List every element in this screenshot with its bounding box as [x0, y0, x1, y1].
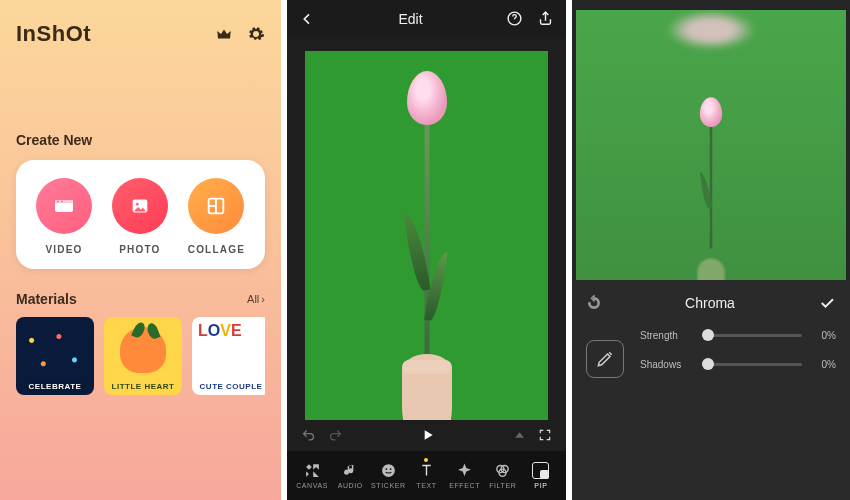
editor-header-actions — [506, 10, 554, 27]
material-celebrate[interactable]: CELEBRATE — [16, 317, 94, 395]
new-video-label: VIDEO — [45, 244, 82, 255]
app-logo: InShOt — [16, 21, 91, 47]
chroma-title: Chroma — [602, 295, 818, 311]
material-label: CUTE COUPLE — [192, 382, 265, 391]
tulip-subject — [377, 51, 477, 419]
chroma-controls: Chroma Strength 0% Shadows 0% — [572, 280, 850, 500]
new-photo-button[interactable]: PHOTO — [112, 178, 168, 255]
tool-label: AUDIO — [338, 482, 363, 489]
inshot-home-panel: InShOt Create New VIDEO PHOTO — [0, 0, 281, 500]
svg-point-5 — [136, 203, 139, 206]
slider-strength: Strength 0% — [640, 330, 836, 341]
svg-point-8 — [382, 464, 395, 477]
tool-sticker[interactable]: STICKER — [369, 462, 407, 489]
confirm-icon[interactable] — [818, 294, 836, 312]
tool-pip[interactable]: PIP — [522, 462, 560, 489]
slider-shadows: Shadows 0% — [640, 359, 836, 370]
tool-text[interactable]: TEXT — [407, 462, 445, 489]
undo-icon[interactable] — [301, 428, 316, 443]
material-little-heart[interactable]: LITTLE HEART — [104, 317, 182, 395]
slider-label: Shadows — [640, 359, 692, 370]
material-label: CELEBRATE — [16, 382, 94, 391]
tulip-subject-keyed — [680, 72, 742, 280]
tool-audio[interactable]: AUDIO — [331, 462, 369, 489]
marker-icon[interactable] — [513, 428, 526, 442]
love-illustration: LOVE — [198, 323, 264, 379]
new-video-button[interactable]: VIDEO — [36, 178, 92, 255]
materials-all-button[interactable]: All › — [247, 293, 265, 305]
new-collage-button[interactable]: COLLAGE — [188, 178, 245, 255]
materials-heading: Materials — [16, 291, 77, 307]
svg-point-10 — [390, 468, 392, 470]
pip-icon — [532, 462, 549, 479]
tool-label: EFFECT — [449, 482, 480, 489]
editor-title: Edit — [398, 11, 422, 27]
tool-filter[interactable]: FILTER — [484, 462, 522, 489]
help-icon[interactable] — [506, 10, 523, 27]
svg-point-9 — [385, 468, 387, 470]
video-canvas[interactable] — [305, 51, 548, 419]
editor-panel: Edit CA — [287, 0, 566, 500]
create-new-card: VIDEO PHOTO COLLAGE — [16, 160, 265, 269]
svg-point-2 — [57, 201, 59, 203]
slider-value: 0% — [812, 359, 836, 370]
tool-label: PIP — [534, 482, 547, 489]
back-icon[interactable] — [299, 11, 315, 27]
slider-track[interactable] — [702, 363, 802, 366]
blur-artifact — [666, 10, 756, 50]
editor-viewport — [287, 37, 566, 419]
new-collage-label: COLLAGE — [188, 244, 245, 255]
tool-label: FILTER — [489, 482, 516, 489]
view-controls-group — [513, 428, 552, 442]
photo-icon — [112, 178, 168, 234]
svg-point-3 — [61, 201, 63, 203]
redo-icon[interactable] — [328, 428, 343, 443]
tool-effect[interactable]: EFFECT — [446, 462, 484, 489]
reset-icon[interactable] — [586, 295, 602, 311]
chevron-right-icon: › — [261, 293, 265, 305]
chroma-preview[interactable] — [576, 10, 846, 280]
home-header-actions — [215, 25, 265, 43]
slider-track[interactable] — [702, 334, 802, 337]
create-new-heading: Create New — [16, 132, 265, 148]
slider-thumb[interactable] — [702, 358, 714, 370]
materials-all-label: All — [247, 293, 259, 305]
transport-bar — [287, 420, 566, 452]
chroma-panel: Chroma Strength 0% Shadows 0% — [572, 0, 850, 500]
gear-icon[interactable] — [247, 25, 265, 43]
crown-icon[interactable] — [215, 25, 233, 43]
collage-icon — [188, 178, 244, 234]
slider-thumb[interactable] — [702, 329, 714, 341]
slider-value: 0% — [812, 330, 836, 341]
share-icon[interactable] — [537, 10, 554, 27]
editor-tool-row: CANVAS AUDIO STICKER TEXT EFFECT FILTER … — [287, 451, 566, 500]
video-icon — [36, 178, 92, 234]
material-label: LITTLE HEART — [104, 382, 182, 391]
tool-label: TEXT — [416, 482, 436, 489]
tool-label: STICKER — [371, 482, 406, 489]
slider-label: Strength — [640, 330, 692, 341]
tool-canvas[interactable]: CANVAS — [293, 462, 331, 489]
home-header: InShOt — [16, 16, 265, 52]
materials-header: Materials All › — [16, 291, 265, 307]
chroma-body: Strength 0% Shadows 0% — [586, 330, 836, 388]
tool-label: CANVAS — [296, 482, 328, 489]
play-icon[interactable] — [420, 427, 436, 443]
color-picker-button[interactable] — [586, 340, 624, 378]
material-cute-couple[interactable]: LOVE CUTE COUPLE — [192, 317, 265, 395]
chroma-header: Chroma — [586, 294, 836, 312]
new-photo-label: PHOTO — [119, 244, 160, 255]
editor-header: Edit — [287, 0, 566, 37]
chroma-sliders: Strength 0% Shadows 0% — [640, 330, 836, 388]
undo-redo-group — [301, 428, 343, 443]
fullscreen-icon[interactable] — [538, 428, 552, 442]
materials-list: CELEBRATE LITTLE HEART LOVE CUTE COUPLE — [16, 317, 265, 395]
